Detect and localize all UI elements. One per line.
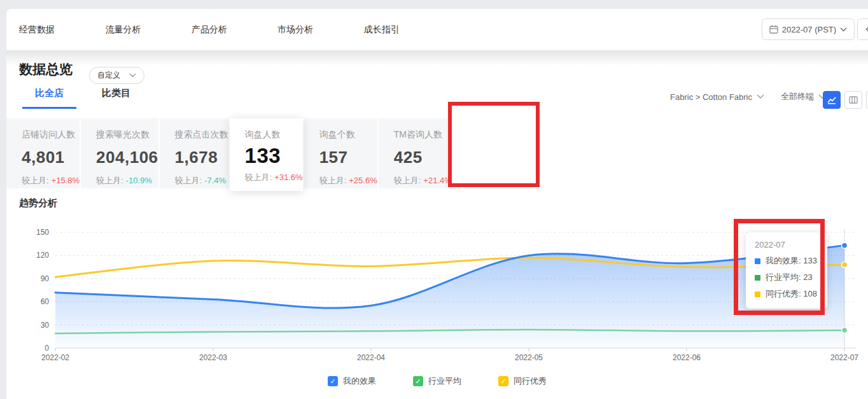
top-navbar: 经营数据 流量分析 产品分析 市场分析 成长指引 2022-07 (PST) bbox=[6, 9, 868, 50]
tooltip-row: 行业平均: 23 bbox=[755, 272, 817, 283]
metric-change-value: +15.8% bbox=[52, 176, 80, 185]
endpoint-dot-同行优秀 bbox=[842, 262, 848, 267]
chevron-down-icon bbox=[757, 94, 764, 99]
y-axis-label: 150 bbox=[36, 228, 49, 237]
x-axis-label: 2022-07 bbox=[830, 353, 858, 362]
metric-label: 店铺访问人数 bbox=[22, 129, 80, 141]
metric-value: 133 bbox=[245, 144, 303, 168]
chevron-left-icon bbox=[865, 25, 868, 34]
legend-label: 我的效果 bbox=[343, 375, 376, 387]
chart-legend: ✓ 我的效果 ✓ 行业平均 ✓ 同行优秀 bbox=[6, 375, 868, 387]
series-color-swatch bbox=[755, 275, 760, 281]
nav-tab[interactable]: 产品分析 bbox=[192, 24, 227, 34]
terminal-dropdown-label: 全部终端 bbox=[781, 91, 814, 102]
overview-tabs: 比全店 比类目 bbox=[22, 87, 156, 109]
nav-tab[interactable]: 市场分析 bbox=[277, 24, 313, 34]
metric-card[interactable]: 搜索曝光次数 204,106 较上月:-10.9% bbox=[81, 118, 158, 188]
date-picker-label: 2022-07 (PST) bbox=[782, 25, 836, 34]
metric-label: 搜索点击次数 bbox=[175, 129, 228, 141]
legend-item[interactable]: ✓ 同行优秀 bbox=[498, 375, 547, 387]
metric-card[interactable]: 询盘个数 157 较上月:+25.6% bbox=[304, 118, 377, 188]
legend-item[interactable]: ✓ 我的效果 bbox=[328, 375, 376, 387]
metric-change: 较上月:+15.8% bbox=[22, 175, 80, 186]
metric-change-value: -10.9% bbox=[126, 176, 152, 185]
series-color-swatch bbox=[755, 258, 760, 264]
metric-card[interactable]: TM咨询人数 425 较上月:+21.4% bbox=[379, 118, 452, 188]
metric-value: 4,801 bbox=[22, 148, 80, 167]
metric-value: 425 bbox=[394, 148, 452, 167]
legend-checkbox-icon: ✓ bbox=[413, 376, 423, 386]
legend-item[interactable]: ✓ 行业平均 bbox=[413, 375, 461, 387]
nav-items: 经营数据 流量分析 产品分析 市场分析 成长指引 bbox=[19, 24, 447, 36]
metric-change-value: +31.6% bbox=[274, 172, 302, 182]
metric-label: 询盘个数 bbox=[319, 129, 377, 141]
trend-section-title: 趋势分析 bbox=[19, 197, 57, 209]
chart-view-button[interactable] bbox=[823, 91, 841, 109]
tooltip-row-text: 我的效果: 133 bbox=[766, 255, 817, 267]
x-axis-label: 2022-02 bbox=[41, 353, 69, 362]
date-picker-button[interactable]: 2022-07 (PST) bbox=[762, 18, 855, 40]
x-axis-label: 2022-03 bbox=[199, 353, 227, 362]
metric-label: 询盘人数 bbox=[245, 129, 303, 141]
nav-tab[interactable]: 流量分析 bbox=[105, 24, 141, 34]
metric-label: 搜索曝光次数 bbox=[96, 129, 158, 141]
line-chart-icon bbox=[827, 95, 837, 105]
overview-tab[interactable]: 比全店 bbox=[22, 87, 76, 109]
metric-change: 较上月:+25.6% bbox=[319, 175, 377, 186]
preset-dropdown[interactable]: 自定义 bbox=[89, 67, 144, 84]
metric-value: 1,678 bbox=[175, 148, 228, 167]
metric-card[interactable]: 询盘人数 133 较上月:+31.6% bbox=[230, 118, 303, 191]
tooltip-rows: 我的效果: 133 行业平均: 23 同行优秀: 108 bbox=[755, 255, 817, 300]
trend-chart[interactable]: 03060901201502022-022022-032022-042022-0… bbox=[6, 223, 868, 369]
x-axis-label: 2022-04 bbox=[357, 353, 385, 362]
tooltip-row-text: 行业平均: 23 bbox=[766, 272, 813, 283]
legend-label: 行业平均 bbox=[428, 375, 461, 387]
page-title: 数据总览 bbox=[19, 60, 73, 78]
series-color-swatch bbox=[755, 291, 760, 297]
metric-value: 157 bbox=[319, 148, 377, 167]
terminal-dropdown[interactable]: 全部终端 bbox=[781, 91, 826, 102]
category-dropdown-label: Fabric > Cotton Fabric bbox=[670, 92, 752, 102]
chart-tooltip: 2022-07 我的效果: 133 行业平均: 23 同行优秀: 108 bbox=[746, 232, 827, 309]
y-axis-label: 60 bbox=[41, 297, 50, 306]
metric-change-value: +21.4% bbox=[423, 176, 451, 185]
endpoint-dot-我的效果 bbox=[842, 242, 848, 248]
preset-dropdown-label: 自定义 bbox=[97, 70, 120, 81]
metric-cards-row: 店铺访问人数 4,801 较上月:+15.8% 搜索曝光次数 204,106 较… bbox=[6, 118, 868, 188]
tooltip-row: 我的效果: 133 bbox=[755, 255, 817, 267]
metric-change: 较上月:-10.9% bbox=[96, 175, 158, 186]
legend-label: 同行优秀 bbox=[514, 375, 547, 387]
x-axis-label: 2022-06 bbox=[673, 353, 701, 362]
metric-change: 较上月:+31.6% bbox=[245, 172, 303, 183]
metric-card[interactable]: 店铺访问人数 4,801 较上月:+15.8% bbox=[6, 118, 80, 188]
chevron-down-icon bbox=[840, 27, 847, 32]
filter-bar: Fabric > Cotton Fabric 全部终端 bbox=[670, 91, 826, 102]
overview-tab[interactable]: 比类目 bbox=[89, 87, 143, 109]
metric-label: TM咨询人数 bbox=[394, 129, 452, 141]
tooltip-row-text: 同行优秀: 108 bbox=[766, 288, 817, 300]
y-axis-label: 120 bbox=[36, 251, 49, 260]
metric-value: 204,106 bbox=[96, 148, 158, 167]
y-axis-label: 30 bbox=[41, 321, 50, 330]
nav-tab[interactable]: 经营数据 bbox=[19, 24, 55, 34]
legend-checkbox-icon: ✓ bbox=[498, 376, 508, 386]
tooltip-row: 同行优秀: 108 bbox=[755, 288, 817, 300]
table-columns-icon bbox=[848, 95, 858, 105]
metric-change: 较上月:-7.4% bbox=[175, 175, 228, 186]
y-axis-label: 0 bbox=[45, 344, 49, 353]
category-dropdown[interactable]: Fabric > Cotton Fabric bbox=[670, 92, 764, 102]
chevron-down-icon bbox=[129, 73, 136, 78]
metric-card[interactable]: 搜索点击次数 1,678 较上月:-7.4% bbox=[160, 118, 228, 188]
prev-period-button[interactable] bbox=[857, 18, 868, 40]
metric-change-value: -7.4% bbox=[204, 176, 226, 185]
nav-tab[interactable]: 成长指引 bbox=[364, 24, 400, 34]
x-axis-label: 2022-05 bbox=[515, 353, 543, 362]
metric-change-value: +25.6% bbox=[349, 176, 377, 185]
metric-change: 较上月:+21.4% bbox=[394, 175, 452, 186]
table-view-button[interactable] bbox=[844, 91, 862, 109]
legend-checkbox-icon: ✓ bbox=[328, 376, 338, 386]
endpoint-dot-行业平均 bbox=[842, 328, 848, 333]
calendar-icon bbox=[769, 25, 778, 34]
tooltip-date: 2022-07 bbox=[755, 240, 817, 249]
y-axis-label: 90 bbox=[41, 274, 50, 283]
